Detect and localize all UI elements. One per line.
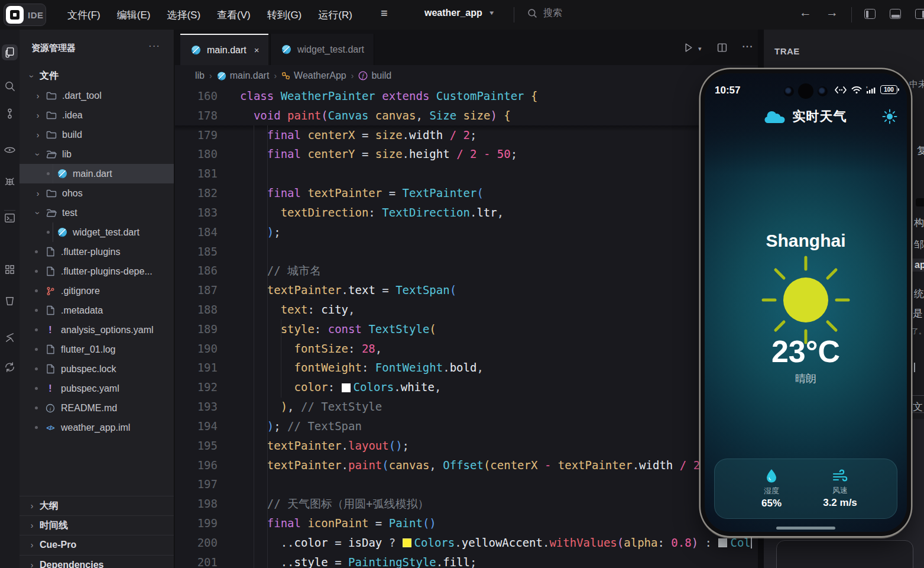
sidebar-section-1[interactable]: ›时间线 [20,515,174,535]
code-line-200: 200 ..color = isDay ? Colors.yellowAccen… [175,533,758,553]
tree-item-test[interactable]: ›test [20,203,174,222]
tree-item--metadata[interactable]: .metadata [20,301,174,320]
run-dropdown-icon[interactable]: ▾ [698,45,702,53]
tree-item-label: pubspec.yaml [61,383,119,394]
editor-more-icon[interactable]: ··· [743,41,754,53]
tab-widget_test.dart[interactable]: widget_test.dart [270,34,374,65]
warn-icon: ! [44,384,56,393]
explorer-more-button[interactable]: ··· [148,40,160,52]
tree-item--[interactable]: ›文件 [20,66,174,86]
breadcrumb-label: build [371,70,391,81]
chevron-down-icon: › [33,150,43,159]
chevron-right-icon: › [28,560,36,568]
tab-label: main.dart [207,45,247,56]
home-indicator[interactable] [776,527,835,530]
code-line-186: 186 // 城市名 [175,261,758,280]
wind-icon [832,469,848,483]
tree-item--flutter-plugins-depe-[interactable]: .flutter-plugins-depe... [20,262,174,281]
line-number: 160 [175,86,218,106]
code-line-187: 187 textPainter.text = TextSpan( [175,280,758,300]
folder-icon [46,91,57,101]
weather-detail-card: 湿度 65% 风速 3.2 m/s [714,459,897,519]
trae-text-fragment: 统 [914,287,924,301]
tree-item-widget-test-dart[interactable]: widget_test.dart [20,222,174,242]
menu-1[interactable]: 编辑(E) [109,8,159,22]
trae-scroll-pill [916,198,924,206]
tree-item--dart-tool[interactable]: ›.dart_tool [20,86,174,105]
tree-item-label: README.md [61,403,117,414]
menu-4[interactable]: 转到(G) [259,8,310,22]
sidebar-section-2[interactable]: ›Cue-Pro [20,535,174,554]
sync-search-icon[interactable] [2,359,18,375]
forward-button[interactable]: → [826,5,838,20]
search-icon[interactable] [2,78,18,94]
chevron-right-icon: › [28,540,36,550]
code-line-193: 193 ), // TextStyle [175,397,758,417]
hamburger-menu[interactable]: ≡ [381,7,388,20]
line-number: 184 [175,222,218,242]
menu-bar: 文件(F)编辑(E)选择(S)查看(V)转到(G)运行(R) [59,0,361,30]
back-button[interactable]: ← [799,5,812,20]
debug-icon[interactable] [2,173,18,189]
data-saver-icon [834,86,847,94]
tree-item--gitignore[interactable]: .gitignore [20,281,174,301]
search-input[interactable]: 搜索 [527,7,562,20]
sidebar-section-3[interactable]: ›Dependencies [20,555,174,568]
breadcrumb-main.dart[interactable]: main.dart [217,70,270,81]
close-tab-icon[interactable]: × [254,45,260,55]
tab-main.dart[interactable]: main.dart× [180,34,268,65]
chevron-right-icon: › [28,501,36,511]
humidity-value: 65% [761,498,782,509]
breadcrumb-lib[interactable]: lib [195,70,205,81]
chevron-right-icon: › [28,521,36,530]
tree-item-analysis-options-yaml[interactable]: !analysis_options.yaml [20,320,174,340]
source-control-icon[interactable] [2,105,18,121]
tree-item-ohos[interactable]: ›ohos [20,183,174,203]
extensions-icon[interactable] [2,262,18,277]
color-swatch [403,538,411,547]
toggle-bottom-panel-icon[interactable] [890,9,901,19]
menu-0[interactable]: 文件(F) [59,8,109,22]
tree-item-label: widget_test.dart [73,227,140,238]
tree-item-README-md[interactable]: iREADME.md [20,398,174,418]
tree-item-lib[interactable]: ›lib [20,144,174,164]
preview-icon[interactable] [2,142,18,158]
terminal-icon[interactable] [2,210,18,226]
tree-item--idea[interactable]: ›.idea [20,105,174,125]
tree-item-label: .flutter-plugins [61,247,121,257]
day-night-toggle-icon[interactable] [882,109,897,127]
tree-item--flutter-plugins[interactable]: .flutter-plugins [20,242,174,262]
trae-chat-input[interactable] [776,540,913,568]
split-editor-icon[interactable] [717,43,727,53]
code-line-184: 184 ); [175,222,758,242]
menu-2[interactable]: 选择(S) [158,8,209,22]
tree-item-flutter-01-log[interactable]: flutter_01.log [20,340,174,359]
tree-item-label: flutter_01.log [61,344,116,355]
tree-item-build[interactable]: ›build [20,125,174,144]
tree-item-pubspec-yaml[interactable]: !pubspec.yaml [20,379,174,398]
toggle-left-panel-icon[interactable] [864,9,876,19]
tools-icon[interactable] [2,330,18,346]
code-line-189: 189 style: const TextStyle( [175,320,758,339]
color-swatch [718,538,727,547]
tree-item-pubspec-lock[interactable]: pubspec.lock [20,359,174,379]
menu-3[interactable]: 查看(V) [209,8,259,22]
code-editor[interactable]: 160class WeatherPainter extends CustomPa… [175,86,758,568]
breadcrumb-WeatherApp[interactable]: WeatherApp [281,70,346,81]
run-button[interactable] [683,43,693,53]
toggle-right-panel-icon[interactable] [915,9,924,19]
code-line-181: 181 [175,164,758,183]
breadcrumb-build[interactable]: fbuild [358,70,391,81]
tree-item-main-dart[interactable]: main.dart [20,164,174,183]
project-selector[interactable]: weather_app ▼ [424,8,495,18]
flask-icon[interactable] [2,293,18,309]
ide-logo[interactable]: IDE [4,4,46,26]
menu-5[interactable]: 运行(R) [310,8,361,22]
dart-icon [56,227,68,237]
tree-item-label: analysis_options.yaml [61,325,154,335]
files-icon[interactable] [2,44,18,60]
sidebar-section-0[interactable]: ›大纲 [20,496,174,515]
tree-item-weather-app-iml[interactable]: </>weather_app.iml [20,418,174,437]
code-line-190: 190 fontSize: 28, [175,339,758,359]
weather-condition: 晴朗 [705,372,907,386]
